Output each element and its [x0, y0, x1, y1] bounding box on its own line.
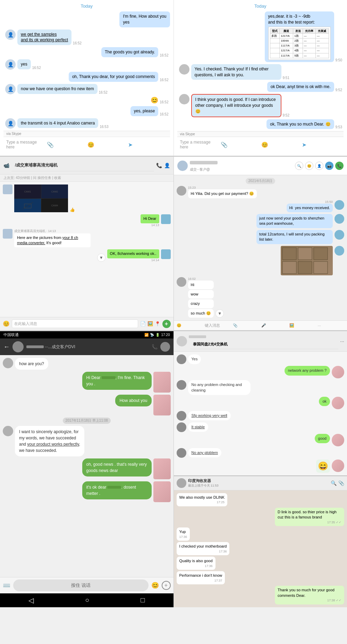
- timestamp: 16:53: [100, 125, 108, 129]
- video-call-btn[interactable]: 📷: [325, 162, 333, 170]
- sender-photo: [332, 460, 344, 472]
- rp-msg-row: 16:02 Hi wow crazy so much 😊 ▼: [177, 277, 345, 318]
- add-button[interactable]: +: [162, 320, 171, 328]
- file-icon[interactable]: 📄: [140, 321, 146, 326]
- top-left-chat: Today I'm fine, How about youyes 👤 we ge…: [0, 0, 174, 156]
- emoji-icon[interactable]: 😊: [151, 582, 159, 589]
- person-icon-btn[interactable]: 👤: [315, 162, 323, 170]
- wa-bubble-recv: Performance i don't know 17:37: [177, 571, 225, 584]
- location-icon[interactable]: 📍: [155, 321, 160, 326]
- attachment-icon[interactable]: 📎: [221, 141, 260, 148]
- wa-more-icon[interactable]: 📎: [338, 480, 344, 486]
- rp-avatar-sent: [335, 200, 344, 210]
- timestamp: 16:52: [32, 66, 41, 70]
- video-icon[interactable]: 📹: [3, 163, 9, 168]
- rcb-msg-row: No any ploblem: [177, 448, 345, 458]
- bubble-recv-highlighted: I think your goods is good. If I can int…: [191, 94, 281, 117]
- phone-msg-row: I want to sincerely apologize, for my wo…: [3, 426, 171, 456]
- recent-nav-btn[interactable]: □: [141, 596, 145, 604]
- more-icon[interactable]: ···: [318, 324, 344, 328]
- msg-row: 16:52 oh, Thank you dear, for your good …: [3, 72, 170, 82]
- bubble-sent: ok, Thank you so much Dear. 😊: [266, 119, 334, 129]
- wa-header: 印度洵收发器 最后上线于今天 11:53 🔍 📎: [174, 476, 347, 490]
- phone-icon[interactable]: 📞: [156, 163, 162, 168]
- rcb-bubble-sent: ok: [319, 397, 330, 406]
- person-icon[interactable]: 👤: [164, 163, 170, 168]
- msg-text: oh, Thank you dear, for your good commen…: [72, 74, 155, 79]
- top-right-date: Today: [177, 3, 344, 9]
- wa-timestamp: 17:38 ✓✓: [278, 598, 341, 603]
- chat-input-placeholder[interactable]: Type a message here: [180, 140, 219, 149]
- send-icon[interactable]: ➤: [302, 141, 341, 148]
- attachment-icon[interactable]: 📎: [47, 141, 86, 148]
- call-btn[interactable]: 📞: [335, 162, 344, 170]
- emoji-icon-btn[interactable]: 😊: [305, 162, 313, 170]
- bubble-recv: we get the samplesand its ok working per…: [17, 29, 71, 45]
- profile-icon[interactable]: [160, 342, 170, 352]
- image-icon[interactable]: 🖼️: [147, 321, 153, 326]
- back-nav-btn[interactable]: ◁: [28, 596, 34, 604]
- contact-avatar: [177, 161, 188, 171]
- msg-row: 👤 now we have one question fro new item …: [3, 84, 170, 94]
- wechat-footer-icons: 📄 🖼️ 📍: [140, 321, 160, 326]
- right-chat-bottom: 泰国间盘2光4交换机 ··· Yes network any problem ?: [174, 331, 347, 607]
- more-icon[interactable]: ···: [340, 338, 344, 344]
- rp-bubble-recv: Hi Yilia. Did you get our payment? 😊: [188, 189, 257, 198]
- phone-body: how are you? Hi Dear , I'm fine. Thank y…: [0, 355, 174, 577]
- rcb-msg-row: Yes: [177, 354, 345, 364]
- image-icon[interactable]: 🖼️: [289, 323, 316, 328]
- wechat-body: CAM1 CAM2 CAM4 👍: [0, 182, 174, 317]
- chat-input-bar[interactable]: Type a message here 📎 😊 ➤: [177, 137, 344, 152]
- timestamp: 9:53: [336, 125, 342, 129]
- input-placeholder[interactable]: 键入消息: [205, 323, 231, 328]
- rcb-msg-row: network any problem ?: [177, 366, 345, 378]
- home-nav-btn[interactable]: ○: [85, 596, 89, 604]
- scroll-down-btn[interactable]: ▼: [215, 309, 224, 318]
- middle-left-panel: 📹 /成交柬埔寨高清光端机 📞 👤 上次至: 43分钟前 | 问 操控任务 | …: [0, 157, 174, 330]
- msg-text: Yes. I checked. Thank you! If I find oth…: [195, 67, 269, 77]
- msg-text: now we have one question fro new item: [21, 86, 94, 91]
- via-label: via Skype: [177, 131, 344, 137]
- msg-text: yes,dear. it is -3 ~ -9dband this is the…: [268, 14, 315, 25]
- wa-msg-row: I checked your motherboard 17:36: [177, 542, 345, 555]
- search-icon-btn[interactable]: 🔍: [295, 162, 303, 170]
- wa-title: 印度洵收发器: [188, 478, 329, 483]
- emoji-icon[interactable]: 😊: [177, 323, 203, 328]
- wechat-header: 📹 /成交柬埔寨高清光端机 📞 👤: [0, 157, 174, 174]
- emoji-icon[interactable]: 😊: [87, 141, 126, 148]
- send-icon[interactable]: ➤: [128, 141, 167, 148]
- wa-sub: 最后上线于今天 11:53: [188, 483, 329, 488]
- msg-row: 16:52 The goods you got already.: [3, 47, 170, 57]
- chat-input-bar[interactable]: Type a message here 📎 😊 ➤: [3, 137, 170, 152]
- wa-timestamp: 17:36: [179, 549, 227, 554]
- wechat-input[interactable]: 在此输入消息: [12, 319, 138, 328]
- scroll-down-button[interactable]: ▼: [97, 254, 105, 262]
- whatsapp-panel: 印度洵收发器 最后上线于今天 11:53 🔍 📎 We also mostly …: [174, 475, 347, 607]
- msg-text: The goods you got already.: [105, 50, 155, 54]
- wa-search-icon[interactable]: 🔍: [331, 480, 337, 486]
- mic-icon[interactable]: 🎤: [261, 323, 288, 328]
- file-icon[interactable]: 📎: [233, 323, 259, 328]
- emoji-icon[interactable]: 😊: [261, 141, 300, 148]
- rcb-avatar: [177, 336, 187, 346]
- chat-input-placeholder[interactable]: Type a message here: [6, 140, 45, 149]
- bottom-section: 中国联通 📶 📡 🔋 17:20 ← ···...成交客户DVI 📞: [0, 330, 347, 607]
- phone-icon[interactable]: 📞: [152, 344, 158, 350]
- emoji-icon[interactable]: 😊: [3, 320, 10, 327]
- back-button[interactable]: ←: [3, 343, 10, 351]
- bubble-sent: I'm fine, How about youyes: [119, 11, 170, 27]
- plus-button[interactable]: +: [162, 581, 171, 590]
- timestamp: 9:50: [336, 58, 342, 62]
- like-icon[interactable]: 👍: [70, 207, 75, 212]
- rp-msg-row: total 12cartons, I will send you packing…: [177, 230, 345, 244]
- sender-photo: [332, 434, 344, 446]
- avatar: 👤: [5, 84, 16, 94]
- keyboard-icon[interactable]: ⌨️: [3, 582, 10, 589]
- rp-bubble-sent: total 12cartons, I will send you packing…: [256, 230, 333, 244]
- speak-button[interactable]: 按住 说话: [13, 579, 149, 591]
- phone-bubble-sent: How about you: [115, 395, 151, 406]
- wa-bubble-recv: I checked your motherboard 17:36: [177, 542, 230, 555]
- rcb-msg-row: Sfp working very well: [177, 411, 345, 421]
- rcb-bubble-recv: No any problem checking and cleaning: [188, 380, 251, 395]
- contact-photo: [153, 458, 171, 479]
